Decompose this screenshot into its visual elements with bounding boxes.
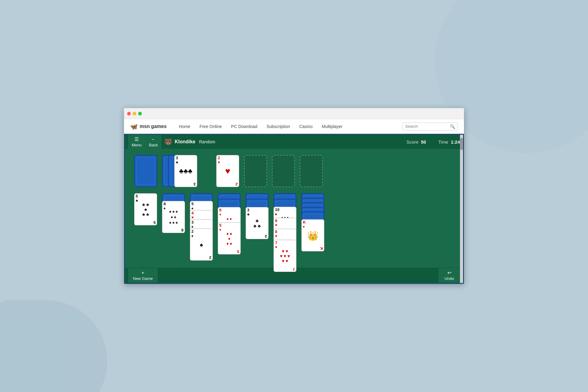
foundation-2[interactable] — [244, 155, 267, 187]
tableau-1-card-1[interactable]: 5 ♣ ♣ ♣♣♣ ♣ 5 — [134, 193, 157, 225]
game-mode: Random — [199, 139, 215, 144]
stock-pile[interactable] — [134, 155, 157, 187]
nav-pc-download[interactable]: PC Download — [231, 124, 258, 129]
nav-multiplayer[interactable]: Multiplayer — [322, 124, 343, 129]
tableau-col-7[interactable]: K ♦ 👑 K — [301, 193, 324, 258]
browser-close-btn[interactable] — [127, 112, 131, 115]
foundation-1[interactable]: 2 ♥ ♥ 2 — [216, 155, 239, 187]
tableau-col-3[interactable]: 5 ♠ ♠ ♠♠♠ ♠ 5 4 ♥ ♥ ♥♥ ♥ 4 3 ♠ ♠♠ ♠ — [190, 193, 213, 264]
nav-free-online[interactable]: Free Online — [199, 124, 222, 129]
browser-bar — [124, 108, 464, 119]
tableau-col-6[interactable]: 10 ♠ ♠ ♠ ♠♠ ♠♠ ♠ ♠♠ 10 9 ♥ ♥ ♥ ♥♥ ♥ ♥♥ ♥… — [273, 193, 296, 273]
nav-home[interactable]: Home — [179, 124, 190, 129]
menu-button[interactable]: ☰ Menu — [128, 134, 145, 149]
game-toolbar: ☰ Menu ← Back 🐻 Klondike Random Score 50… — [125, 135, 463, 149]
score-label: Score — [406, 139, 418, 145]
time-label: Time — [438, 139, 448, 145]
nav-subscription[interactable]: Subscription — [266, 124, 290, 129]
hamburger-icon: ☰ — [134, 136, 139, 142]
f1-center: ♥ — [225, 166, 230, 176]
nav-bar: 🦋 msn games Home Free Online PC Download… — [124, 119, 464, 134]
score-display: Score 50 — [406, 139, 426, 145]
top-row: 3 ♣ ♣♣♣ 3 2 ♥ ♥ 2 — [134, 155, 454, 187]
tableau: 5 ♣ ♣ ♣♣♣ ♣ 5 8 ♠ ♠ ♠ ♠♠ ♠♠ ♠ ♠ 8 — [134, 193, 454, 273]
f1-bottom: 2 — [236, 182, 238, 186]
tableau-col-5[interactable]: 3 ♣ ♣♣ ♣ 3 — [246, 193, 269, 254]
tableau-4-card-2[interactable]: 5 ♦ ♦ ♦♦♦ ♦ 5 — [218, 222, 241, 254]
logo-text: msn games — [140, 124, 167, 129]
logo-icon: 🦋 — [130, 123, 138, 130]
tableau-2-card-1[interactable]: 8 ♠ ♠ ♠ ♠♠ ♠♠ ♠ ♠ 8 — [162, 201, 185, 233]
nav-links: Home Free Online PC Download Subscriptio… — [179, 124, 402, 129]
tableau-col-2[interactable]: 8 ♠ ♠ ♠ ♠♠ ♠♠ ♠ ♠ 8 — [162, 193, 185, 254]
site-logo[interactable]: 🦋 msn games — [130, 123, 167, 130]
score-value: 50 — [421, 139, 426, 145]
game-name: Klondike — [175, 139, 195, 145]
search-input[interactable] — [405, 124, 448, 129]
game-stats: Score 50 Time 1:24 — [406, 139, 460, 145]
waste-center-suit: ♣♣♣ — [179, 167, 192, 175]
undo-label: Undo — [444, 276, 454, 281]
tableau-6-card-4[interactable]: 7 ♥ ♥ ♥♥ ♥ ♥♥ ♥ 7 — [273, 240, 296, 272]
browser-maximize-btn[interactable] — [138, 112, 142, 115]
scrollbar[interactable] — [460, 135, 463, 283]
search-icon[interactable]: 🔍 — [450, 124, 455, 129]
f1-suit: ♥ — [217, 160, 239, 164]
waste-card-top[interactable]: 3 ♣ ♣♣♣ 3 — [174, 155, 197, 187]
time-display: Time 1:24 — [438, 139, 460, 145]
waste-rank: 3 — [175, 155, 197, 160]
f1-rank: 2 — [217, 155, 239, 160]
scrollbar-thumb[interactable] — [460, 138, 463, 150]
new-game-label: New Game — [133, 276, 153, 281]
back-arrow-icon: ← — [151, 137, 156, 142]
foundation-3[interactable] — [272, 155, 295, 187]
foundation-4[interactable] — [300, 155, 323, 187]
back-label: Back — [149, 143, 158, 147]
search-bar: 🔍 — [402, 123, 458, 130]
card-table: 3 ♣ ♣♣♣ 3 2 ♥ ♥ 2 — [125, 149, 463, 268]
tableau-col-1[interactable]: 5 ♣ ♣ ♣♣♣ ♣ 5 — [134, 193, 157, 254]
bear-icon: 🐻 — [164, 138, 172, 145]
waste-suit: ♣ — [175, 160, 197, 164]
browser-minimize-btn[interactable] — [133, 112, 136, 115]
tableau-col-4[interactable]: 6 ♦ ♦ ♦♦ ♦♦ ♦ 6 5 ♦ ♦ ♦♦♦ ♦ 5 — [218, 193, 241, 264]
game-title-area: 🐻 Klondike Random — [164, 138, 215, 145]
tableau-3-card-4[interactable]: 2 ♠ ♠ 2 — [190, 228, 213, 261]
time-value: 1:24 — [451, 139, 460, 145]
waste-bottom-rank: 3 — [194, 182, 196, 186]
browser-window: 🦋 msn games Home Free Online PC Download… — [124, 108, 464, 284]
game-container: ☰ Menu ← Back 🐻 Klondike Random Score 50… — [124, 134, 464, 284]
menu-label: Menu — [132, 143, 142, 147]
tableau-7-king[interactable]: K ♦ 👑 K — [301, 219, 324, 251]
back-button[interactable]: ← Back — [145, 135, 162, 149]
nav-casino[interactable]: Casino — [299, 124, 313, 129]
waste-pile[interactable]: 3 ♣ ♣♣♣ 3 — [162, 155, 197, 187]
tableau-5-card-1[interactable]: 3 ♣ ♣♣ ♣ 3 — [246, 207, 269, 239]
